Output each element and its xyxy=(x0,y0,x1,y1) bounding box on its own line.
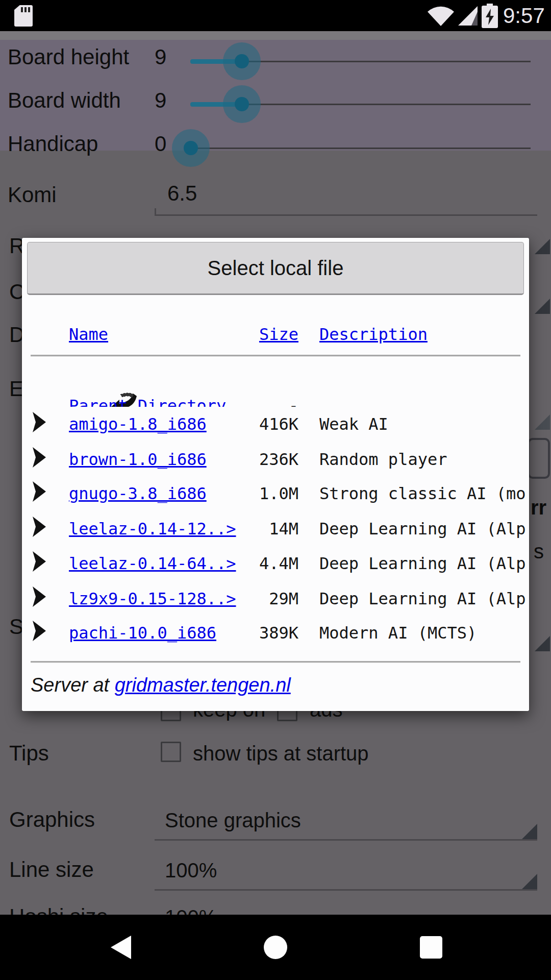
file-size: - xyxy=(237,396,298,407)
file-description: Modern AI (MCTS) xyxy=(319,623,529,643)
file-size: 389K xyxy=(237,623,298,643)
file-description: Weak AI xyxy=(319,414,529,434)
graphics-spinner-arrow[interactable] xyxy=(522,824,537,839)
file-size: 1.0M xyxy=(237,484,298,503)
file-arrow-icon xyxy=(32,551,69,576)
file-row: gnugo-3.8_i686 1.0M Strong classic AI (m… xyxy=(32,476,529,511)
file-size: 416K xyxy=(237,414,298,434)
covered-text-fragment: s xyxy=(534,540,544,563)
back-arrow-icon xyxy=(32,372,69,407)
board-height-label: Board height xyxy=(8,45,129,69)
board-width-label: Board width xyxy=(8,88,121,113)
handicap-value: 0 xyxy=(155,132,166,156)
spinner-arrow-fragment xyxy=(535,414,550,430)
server-footer-text: Server at xyxy=(31,674,115,696)
footer-divider xyxy=(31,661,520,663)
sort-by-name-link[interactable]: Name xyxy=(69,325,108,344)
komi-label: Komi xyxy=(8,183,57,207)
tips-label: Tips xyxy=(9,741,49,766)
file-arrow-icon xyxy=(32,411,69,437)
handicap-label: Handicap xyxy=(8,132,98,156)
sd-card-icon xyxy=(14,5,33,27)
file-description: Deep Learning AI (Alp xyxy=(319,519,529,538)
handicap-slider[interactable] xyxy=(190,148,531,149)
file-row: leelaz-0.14-64..> 4.4M Deep Learning AI … xyxy=(32,546,529,581)
file-row: brown-1.0_i686 236K Random player xyxy=(32,442,529,477)
file-link[interactable]: pachi-10.0_i686 xyxy=(69,623,216,643)
cell-signal-icon xyxy=(458,6,478,26)
graphics-label: Graphics xyxy=(9,807,95,832)
line-size-spinner[interactable]: 100% xyxy=(165,859,217,882)
file-row: leelaz-0.14-12..> 14M Deep Learning AI (… xyxy=(32,511,529,546)
server-link[interactable]: gridmaster.tengen.nl xyxy=(115,674,291,696)
line-size-label: Line size xyxy=(9,857,94,882)
textbox-edge-fragment xyxy=(528,438,550,479)
file-link[interactable]: amigo-1.8_i686 xyxy=(69,414,207,434)
board-width-slider-thumb[interactable] xyxy=(235,97,249,111)
parent-directory-link[interactable]: Parent Directory xyxy=(69,396,226,407)
spinner-arrow-fragment xyxy=(535,299,550,314)
e-label-fragment: E xyxy=(9,377,23,401)
file-row: pachi-10.0_i686 389K Modern AI (MCTS) xyxy=(32,616,529,650)
recents-button[interactable] xyxy=(420,936,442,959)
file-link[interactable]: leelaz-0.14-64..> xyxy=(69,554,236,573)
status-time: 9:57 xyxy=(503,0,545,31)
sort-by-size-link[interactable]: Size xyxy=(259,325,298,344)
board-width-value: 9 xyxy=(155,88,166,113)
board-height-slider-thumb[interactable] xyxy=(235,54,249,68)
tips-checkbox-label: show tips at startup xyxy=(193,742,369,765)
file-chooser-dialog: Select local file Name Size Description … xyxy=(22,238,529,711)
home-button[interactable] xyxy=(264,936,287,959)
file-link[interactable]: lz9x9-0.15-128..> xyxy=(69,589,236,608)
back-button[interactable] xyxy=(111,936,131,959)
bg-band-top xyxy=(0,31,551,40)
line-size-spinner-arrow[interactable] xyxy=(522,874,537,889)
spinner-arrow-fragment xyxy=(535,636,550,651)
status-bar: 9:57 xyxy=(0,0,551,31)
wifi-icon xyxy=(427,6,455,26)
board-height-value: 9 xyxy=(155,45,166,69)
tips-checkbox[interactable] xyxy=(161,742,181,762)
graphics-spinner[interactable]: Stone graphics xyxy=(165,809,301,832)
file-size: 4.4M xyxy=(237,554,298,573)
file-arrow-icon xyxy=(32,447,69,472)
listing-header-row: Name Size Description xyxy=(32,317,529,352)
file-description: Deep Learning AI (Alp xyxy=(319,589,529,608)
file-link[interactable]: gnugo-3.8_i686 xyxy=(69,484,207,503)
battery-charging-icon xyxy=(482,4,498,28)
file-arrow-icon xyxy=(32,586,69,611)
file-arrow-icon xyxy=(32,481,69,506)
phone-screen: 9:57 Board height 9 Board width 9 Handic… xyxy=(0,0,551,980)
header-divider xyxy=(31,355,520,357)
file-size: 29M xyxy=(237,589,298,608)
select-local-file-button-label: Select local file xyxy=(208,257,344,280)
file-arrow-icon xyxy=(32,620,69,646)
file-link[interactable]: brown-1.0_i686 xyxy=(69,450,207,469)
select-local-file-button[interactable]: Select local file xyxy=(27,242,524,295)
file-row: lz9x9-0.15-128..> 29M Deep Learning AI (… xyxy=(32,581,529,616)
spinner-arrow-fragment xyxy=(535,239,550,254)
file-row: amigo-1.8_i686 416K Weak AI xyxy=(32,407,529,442)
sort-by-description-link[interactable]: Description xyxy=(319,325,428,344)
file-description: Random player xyxy=(319,450,529,469)
file-description: Strong classic AI (mo xyxy=(319,484,529,503)
file-size: 14M xyxy=(237,519,298,538)
navigation-bar xyxy=(0,915,551,980)
komi-input[interactable]: 6.5 xyxy=(167,181,197,206)
file-row: Parent Directory - xyxy=(32,372,529,407)
handicap-slider-thumb[interactable] xyxy=(184,141,198,155)
file-size: 236K xyxy=(237,450,298,469)
file-link[interactable]: leelaz-0.14-12..> xyxy=(69,519,236,538)
file-arrow-icon xyxy=(32,516,69,542)
server-footer: Server at gridmaster.tengen.nl xyxy=(31,674,520,696)
s-label-fragment: S xyxy=(9,615,23,639)
covered-text-fragment: rr xyxy=(531,496,546,519)
file-description: Deep Learning AI (Alp xyxy=(319,554,529,573)
